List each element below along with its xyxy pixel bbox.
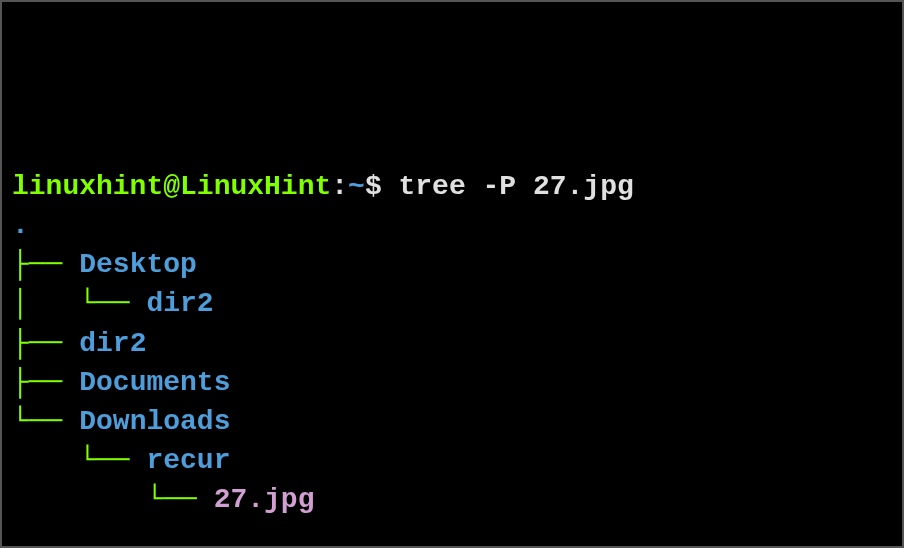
tree-entry-desktop-dir2: │ └── dir2 [12,284,892,323]
tree-entry-desktop: ├── Desktop [12,245,892,284]
tree-entry-documents: ├── Documents [12,363,892,402]
tree-branch-icon: │ └── [12,288,146,319]
prompt-separator: : [331,171,348,202]
tree-branch-icon: ├── [12,367,79,398]
tree-branch-icon: └── [12,484,214,515]
prompt-path: ~ [348,171,365,202]
dir-name: Downloads [79,406,230,437]
tree-entry-recur: └── recur [12,441,892,480]
terminal-output: linuxhint@LinuxHint:~$ tree -P 27.jpg.├─… [12,167,892,548]
dir-name: dir2 [146,288,213,319]
tree-entry-downloads: └── Downloads [12,402,892,441]
dir-name: Documents [79,367,230,398]
tree-branch-icon: └── [12,445,146,476]
tree-entry-file: └── 27.jpg [12,480,892,519]
prompt-dollar: $ [365,171,382,202]
blank-line [12,519,892,548]
dir-name: dir2 [79,328,146,359]
file-name: 27.jpg [214,484,315,515]
tree-branch-icon: ├── [12,249,79,280]
tree-branch-icon: ├── [12,328,79,359]
tree-branch-icon: └── [12,406,79,437]
dir-name: recur [146,445,230,476]
prompt-user-host: linuxhint@LinuxHint [12,171,331,202]
command-text: tree -P 27.jpg [382,171,634,202]
tree-entry-dir2: ├── dir2 [12,324,892,363]
tree-root-dot: . [12,210,29,241]
dir-name: Desktop [79,249,197,280]
command-line-1[interactable]: linuxhint@LinuxHint:~$ tree -P 27.jpg [12,167,892,206]
tree-root: . [12,206,892,245]
